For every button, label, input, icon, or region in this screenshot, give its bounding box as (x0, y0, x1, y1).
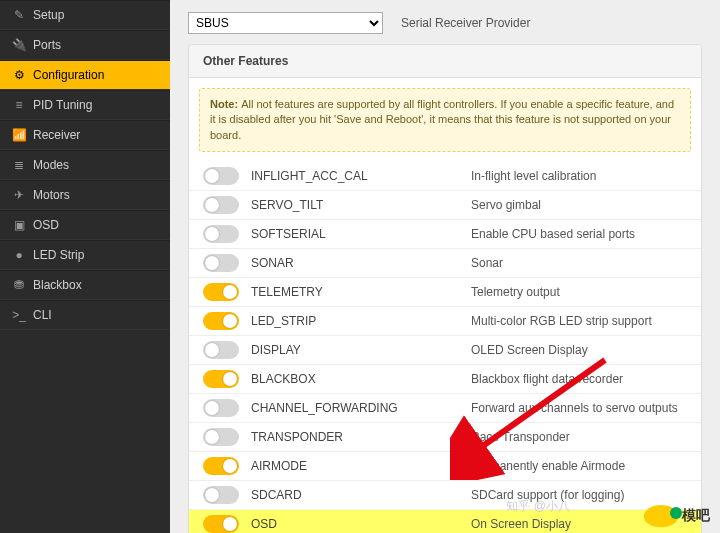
feature-row-display: DISPLAYOLED Screen Display (189, 335, 701, 364)
feature-name: TELEMETRY (251, 282, 471, 302)
sidebar-item-label: Blackbox (33, 278, 82, 292)
toggle-inflight_acc_cal[interactable] (203, 167, 239, 185)
feature-row-transponder: TRANSPONDERRace Transponder (189, 422, 701, 451)
sidebar-item-label: Modes (33, 158, 69, 172)
feature-row-channel_forwarding: CHANNEL_FORWARDINGForward aux channels t… (189, 393, 701, 422)
feature-name: SERVO_TILT (251, 195, 471, 215)
feature-name: LED_STRIP (251, 311, 471, 331)
feature-desc: Permanently enable Airmode (471, 459, 625, 473)
configuration-icon: ⚙ (12, 68, 26, 82)
feature-row-softserial: SOFTSERIALEnable CPU based serial ports (189, 219, 701, 248)
feature-name: AIRMODE (251, 456, 471, 476)
feature-note: Note: All not features are supported by … (199, 88, 691, 152)
sidebar-item-configuration[interactable]: ⚙Configuration (0, 60, 170, 90)
sidebar-item-pid-tuning[interactable]: ≡PID Tuning (0, 90, 170, 120)
feature-desc: In-flight level calibration (471, 169, 596, 183)
serial-receiver-label: Serial Receiver Provider (401, 16, 530, 30)
feature-name: CHANNEL_FORWARDING (251, 398, 471, 418)
feature-desc: Multi-color RGB LED strip support (471, 314, 652, 328)
feature-desc: Servo gimbal (471, 198, 541, 212)
sidebar-item-label: PID Tuning (33, 98, 92, 112)
motors-icon: ✈ (12, 188, 26, 202)
feature-row-led_strip: LED_STRIPMulti-color RGB LED strip suppo… (189, 306, 701, 335)
sidebar-item-setup[interactable]: ✎Setup (0, 0, 170, 30)
feature-desc: Telemetry output (471, 285, 560, 299)
toggle-osd[interactable] (203, 515, 239, 533)
moz8-logo-icon (644, 505, 678, 527)
osd-icon: ▣ (12, 218, 26, 232)
sidebar-item-modes[interactable]: ≣Modes (0, 150, 170, 180)
toggle-servo_tilt[interactable] (203, 196, 239, 214)
panel-header: Other Features (189, 45, 701, 78)
feature-name: SDCARD (251, 485, 471, 505)
serial-receiver-select[interactable]: SBUS (188, 12, 383, 34)
sidebar-item-receiver[interactable]: 📶Receiver (0, 120, 170, 150)
ports-icon: 🔌 (12, 38, 26, 52)
toggle-blackbox[interactable] (203, 370, 239, 388)
sidebar-item-label: CLI (33, 308, 52, 322)
feature-desc: Race Transponder (471, 430, 570, 444)
sidebar-item-label: OSD (33, 218, 59, 232)
feature-row-sdcard: SDCARDSDCard support (for logging) (189, 480, 701, 509)
setup-icon: ✎ (12, 8, 26, 22)
toggle-display[interactable] (203, 341, 239, 359)
toggle-sonar[interactable] (203, 254, 239, 272)
toggle-led_strip[interactable] (203, 312, 239, 330)
toggle-telemetry[interactable] (203, 283, 239, 301)
feature-row-telemetry: TELEMETRYTelemetry output (189, 277, 701, 306)
feature-desc: Forward aux channels to servo outputs (471, 401, 678, 415)
feature-row-blackbox: BLACKBOXBlackbox flight data recorder (189, 364, 701, 393)
sidebar-item-ports[interactable]: 🔌Ports (0, 30, 170, 60)
feature-name: OSD (251, 514, 471, 533)
feature-name: BLACKBOX (251, 369, 471, 389)
led-strip-icon: ● (12, 248, 26, 262)
blackbox-icon: ⛃ (12, 278, 26, 292)
modes-icon: ≣ (12, 158, 26, 172)
feature-row-airmode: AIRMODEPermanently enable Airmode (189, 451, 701, 480)
sidebar-item-label: Ports (33, 38, 61, 52)
toggle-transponder[interactable] (203, 428, 239, 446)
sidebar-item-led-strip[interactable]: ●LED Strip (0, 240, 170, 270)
moz8-watermark: 模吧 (644, 505, 710, 527)
sidebar-item-label: Receiver (33, 128, 80, 142)
pid-tuning-icon: ≡ (12, 98, 26, 112)
feature-row-servo_tilt: SERVO_TILTServo gimbal (189, 190, 701, 219)
cli-icon: >_ (12, 308, 26, 322)
zhihu-watermark: 知乎 @小八 (506, 498, 570, 515)
feature-desc: On Screen Display (471, 517, 571, 531)
feature-name: SOFTSERIAL (251, 224, 471, 244)
feature-row-osd: OSDOn Screen Display (189, 509, 701, 533)
feature-name: SONAR (251, 253, 471, 273)
sidebar-item-cli[interactable]: >_CLI (0, 300, 170, 330)
feature-desc: Enable CPU based serial ports (471, 227, 635, 241)
feature-name: INFLIGHT_ACC_CAL (251, 166, 471, 186)
feature-desc: Blackbox flight data recorder (471, 372, 623, 386)
receiver-icon: 📶 (12, 128, 26, 142)
feature-row-sonar: SONARSonar (189, 248, 701, 277)
sidebar-item-osd[interactable]: ▣OSD (0, 210, 170, 240)
feature-name: TRANSPONDER (251, 427, 471, 447)
sidebar-item-blackbox[interactable]: ⛃Blackbox (0, 270, 170, 300)
toggle-softserial[interactable] (203, 225, 239, 243)
sidebar-item-label: Motors (33, 188, 70, 202)
feature-row-inflight_acc_cal: INFLIGHT_ACC_CALIn-flight level calibrat… (189, 162, 701, 190)
sidebar-item-label: LED Strip (33, 248, 84, 262)
sidebar-item-label: Configuration (33, 68, 104, 82)
toggle-sdcard[interactable] (203, 486, 239, 504)
toggle-channel_forwarding[interactable] (203, 399, 239, 417)
feature-name: DISPLAY (251, 340, 471, 360)
feature-desc: Sonar (471, 256, 503, 270)
feature-desc: OLED Screen Display (471, 343, 588, 357)
toggle-airmode[interactable] (203, 457, 239, 475)
sidebar-item-motors[interactable]: ✈Motors (0, 180, 170, 210)
sidebar-item-label: Setup (33, 8, 64, 22)
